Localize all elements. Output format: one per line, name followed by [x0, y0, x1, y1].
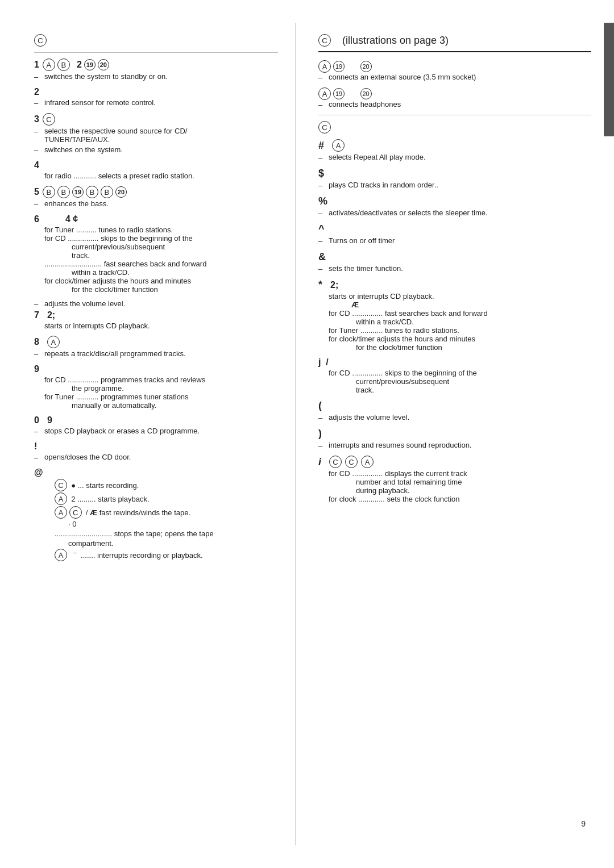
- right-divider: [318, 115, 591, 115]
- j-line1b: current/previous/subsequent: [329, 377, 591, 386]
- star-2sem: 2;: [330, 280, 338, 290]
- item-7-body: starts or interrupts CD playback.: [34, 322, 278, 330]
- i-line1c: during playback.: [329, 486, 591, 495]
- dash: –: [34, 73, 41, 81]
- item-3-text2: switches on the system.: [44, 145, 123, 154]
- i-line1: for CD ............... displays the curr…: [329, 469, 591, 478]
- right-percent-text: activates/deactivates or selects the sle…: [329, 208, 488, 217]
- right-paren-open-line: – adjusts the volume level.: [318, 413, 591, 422]
- circle-20-r2: 20: [360, 88, 372, 99]
- item-9: 9 for CD ............... programmes trac…: [34, 364, 278, 410]
- volume-line: – adjusts the volume level.: [34, 299, 278, 308]
- i-sym: i: [318, 456, 321, 468]
- dash: –: [318, 414, 325, 422]
- circle-c-r2: C: [318, 121, 331, 133]
- circle-20b: 20: [115, 186, 127, 198]
- hash-sym: #: [318, 140, 324, 152]
- item-3-line2: – switches on the system.: [34, 145, 278, 155]
- item-8-number: 8: [34, 337, 39, 347]
- item-6-line3: ............................ fast search…: [44, 260, 278, 268]
- circle-c-i1: C: [329, 456, 342, 468]
- percent-sym: %: [318, 195, 327, 207]
- right-percent: % – activates/deactivates or selects the…: [318, 195, 591, 218]
- circle-a-at6: A: [55, 549, 67, 561]
- item-9-line1: for CD ............... programmes tracks…: [44, 375, 278, 384]
- item-5-symbols: BB 19 B B 20: [43, 186, 127, 198]
- dash: –: [318, 153, 325, 162]
- item-9-body: for CD ............... programmes tracks…: [34, 375, 278, 410]
- j-line1: for CD ............... skips to the begi…: [329, 369, 591, 377]
- paren-close-sym: ): [318, 428, 322, 440]
- item-3-line1: – selects the respective sound source fo…: [34, 127, 278, 144]
- circle-c-at3: C: [69, 506, 82, 519]
- item-6-line3b: within a track/CD.: [44, 268, 278, 277]
- paren-open-sym: (: [318, 400, 322, 412]
- dash: –: [34, 453, 41, 462]
- right-amp-line: – sets the timer function.: [318, 264, 591, 273]
- item-0-text: stops CD playback or erases a CD program…: [44, 427, 200, 435]
- item-0: 0 9 – stops CD playback or erases a CD p…: [34, 415, 278, 436]
- circle-a-8: A: [47, 336, 60, 348]
- item-5-line: – enhances the bass.: [34, 199, 278, 208]
- right-hash-text: selects Repeat All play mode.: [329, 153, 426, 161]
- star-line2b: within a track/CD.: [329, 318, 591, 326]
- item-2-number: 2: [34, 87, 39, 97]
- right-i: i C C A for CD ............... displays …: [318, 456, 591, 503]
- i-line2: for clock ............. sets the clock f…: [329, 495, 591, 503]
- circle-a-i: A: [361, 456, 374, 468]
- circle-bb: B: [43, 186, 55, 198]
- item-excl: ! – opens/closes the CD door.: [34, 441, 278, 462]
- star-line4b: for the clock/timer function: [329, 343, 591, 352]
- circle-a-r1: A: [318, 60, 331, 73]
- side-bar-decoration: [604, 23, 614, 136]
- right-c2: C: [318, 121, 591, 133]
- circle-19b: 19: [72, 186, 84, 198]
- dash: –: [34, 127, 41, 136]
- item-at: @ C ● ... starts recording. A 2 ........…: [34, 468, 278, 561]
- dash: –: [318, 209, 325, 218]
- caret-sym: ^: [318, 223, 325, 235]
- dash: –: [318, 101, 325, 109]
- right-caret-line: – Turns on or off timer: [318, 236, 591, 245]
- circle-20-r1: 20: [360, 61, 372, 72]
- at-sub-3: A C / Æ fast rewinds/winds the tape.: [55, 506, 278, 519]
- right-paren-close-text: interrupts and resumes sound reproductio…: [329, 441, 471, 449]
- amp-sym: &: [318, 251, 326, 263]
- dash: –: [34, 99, 41, 107]
- circle-a-at2: A: [55, 493, 67, 505]
- circle-19-r1: 19: [333, 61, 345, 72]
- circle-a-hash: A: [332, 139, 345, 152]
- right-a-19-20-hp: A 19 20 – connects headphones: [318, 87, 591, 109]
- item-6: 6 4 ¢ for Tuner .......... tunes to radi…: [34, 214, 278, 294]
- circle-20: 20: [98, 59, 109, 70]
- item-4: 4 for radio ........... selects a preset…: [34, 160, 278, 180]
- page-number: 9: [581, 819, 586, 828]
- circle-b3: B: [101, 186, 113, 198]
- right-paren-close: ) – interrupts and resumes sound reprodu…: [318, 428, 591, 450]
- circle-bb2: B: [57, 186, 70, 198]
- star-sym: *: [318, 279, 322, 291]
- right-ext-text: connects an external source (3.5 mm sock…: [329, 73, 476, 81]
- right-caret: ^ – Turns on or off timer: [318, 223, 591, 245]
- item-6-line4b: for the clock/timer function: [44, 285, 278, 294]
- dash: –: [34, 427, 41, 436]
- item-2-line: – infrared sensor for remote control.: [34, 98, 278, 107]
- star-line3: for Tuner ........... tunes to radio sta…: [329, 326, 591, 335]
- star-line4: for clock/timer adjusts the hours and mi…: [329, 335, 591, 343]
- dash: –: [34, 300, 41, 308]
- item-0-number: 0: [34, 415, 39, 425]
- item-4-number: 4: [34, 160, 39, 170]
- item-3-number: 3: [34, 114, 39, 124]
- item-7-number: 7: [34, 310, 39, 320]
- item-1-number: 1: [34, 60, 39, 70]
- right-header-title: (illustrations on page 3): [342, 35, 449, 47]
- item-7: 7 2; starts or interrupts CD playback.: [34, 310, 278, 330]
- i-line1b: number and total remaining time: [329, 478, 591, 486]
- item-excl-sym: !: [34, 441, 37, 452]
- item-6-line2b: current/previous/subsequent: [44, 243, 278, 251]
- right-line-ext: – connects an external source (3.5 mm so…: [318, 73, 591, 82]
- item-6-line1: for Tuner .......... tunes to radio stat…: [44, 226, 278, 234]
- at-sub-5: ............................ stops the t…: [55, 529, 278, 538]
- item-4-body: for radio ........... selects a preset r…: [34, 172, 278, 180]
- item-6-line2c: track.: [44, 251, 278, 260]
